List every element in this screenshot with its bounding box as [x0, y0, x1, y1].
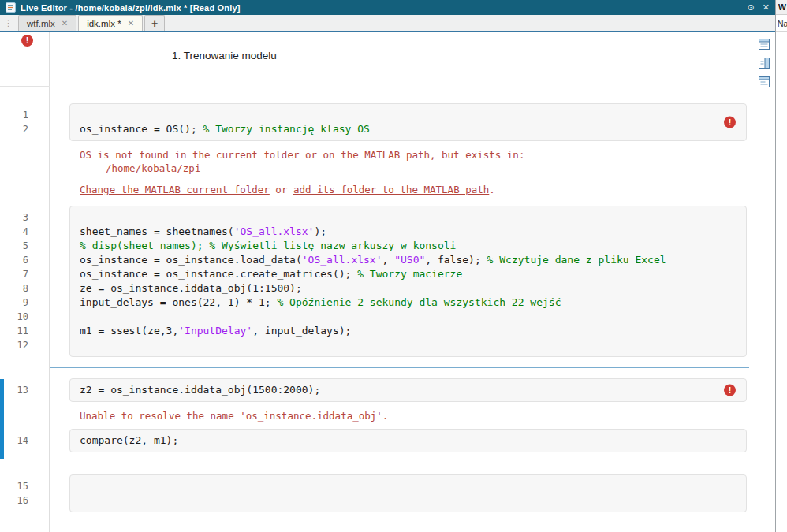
- code-comment: % Wczytuje dane z pliku Excel: [487, 254, 666, 266]
- code-text: , false);: [425, 254, 487, 266]
- code-line[interactable]: [80, 210, 714, 225]
- code-text: ze = os_instance.iddata_obj(1:1500);: [80, 282, 302, 294]
- current-section: 13 z2 = os_instance.iddata_obj(1500:2000…: [0, 378, 752, 459]
- code-line[interactable]: os_instance = OS(); % Tworzy instancję k…: [80, 122, 714, 136]
- document-error-icon[interactable]: !: [21, 35, 33, 47]
- live-editor-pane: Live Editor - /home/kobala/zpi/idk.mlx *…: [0, 0, 775, 532]
- code-comment: % disp(sheet_names); % Wyświetli listę n…: [80, 240, 456, 251]
- error-text: .: [489, 184, 495, 195]
- code-line[interactable]: [80, 338, 714, 352]
- code-comment: % Opóźnienie 2 sekundy dla wszystkich 22…: [277, 296, 561, 308]
- line-number[interactable]: 6: [0, 253, 28, 267]
- code-line[interactable]: % disp(sheet_names); % Wyświetli listę n…: [80, 239, 714, 253]
- line-number[interactable]: 11: [0, 324, 28, 338]
- error-message: Unable to resolve the name 'os_instance.…: [80, 409, 720, 422]
- close-panel-icon[interactable]: ✕: [763, 0, 770, 15]
- tab-close-icon[interactable]: ✕: [62, 19, 68, 28]
- line-number[interactable]: 3: [0, 210, 28, 225]
- document-area: ! 1. Trenowanie modelu 12 os_instance = …: [0, 32, 752, 532]
- new-tab-button[interactable]: +: [144, 15, 165, 31]
- code-line[interactable]: [80, 108, 714, 122]
- code-string: "US0": [394, 254, 425, 266]
- view-controls: [752, 32, 775, 532]
- line-number[interactable]: 8: [0, 281, 28, 296]
- tab-close-icon[interactable]: ✕: [128, 19, 134, 28]
- gutter-header: !: [0, 32, 50, 87]
- line-number-gutter[interactable]: 13: [0, 378, 50, 402]
- code-comment: % Tworzy macierze: [357, 268, 462, 280]
- live-editor-icon: [6, 2, 16, 13]
- line-number[interactable]: 2: [0, 122, 28, 136]
- line-number-gutter[interactable]: 14: [0, 429, 50, 452]
- line-number[interactable]: 16: [0, 493, 28, 508]
- workspace-panel-title: W: [776, 0, 787, 15]
- code-text: , input_delays);: [252, 325, 351, 337]
- add-to-path-link[interactable]: add its folder to the MATLAB path: [293, 184, 489, 195]
- change-folder-link[interactable]: Change the MATLAB current folder: [80, 184, 270, 195]
- tab-label: wtf.mlx: [27, 19, 55, 28]
- code-block[interactable]: compare(z2, m1);: [69, 429, 747, 452]
- tab-bar: ⋮ wtf.mlx ✕ idk.mlx * ✕ +: [0, 15, 775, 32]
- code-text: os_instance = OS();: [80, 123, 203, 135]
- output-right-icon[interactable]: [758, 57, 770, 69]
- code-line[interactable]: z2 = os_instance.iddata_obj(1500:2000);: [80, 383, 714, 397]
- code-block[interactable]: sheet_names = sheetnames('OS_all.xlsx');…: [69, 206, 747, 357]
- code-text: input_delays = ones(22, 1) * 1;: [80, 296, 277, 308]
- line-number[interactable]: 7: [0, 267, 28, 281]
- line-number[interactable]: 9: [0, 296, 28, 310]
- tab-idk-mlx[interactable]: idk.mlx * ✕: [78, 15, 143, 31]
- workspace-column-header: Na: [776, 15, 787, 32]
- line-number[interactable]: 10: [0, 310, 28, 324]
- line-number[interactable]: 1: [0, 108, 28, 122]
- line-number-gutter[interactable]: 3456789101112: [0, 206, 50, 357]
- code-line[interactable]: compare(z2, m1);: [80, 433, 714, 448]
- line-number[interactable]: 12: [0, 338, 28, 352]
- drag-handle-icon[interactable]: ⋮: [2, 18, 18, 31]
- window-title: Live Editor - /home/kobala/zpi/idk.mlx *…: [21, 3, 241, 13]
- output-inline-icon[interactable]: [758, 38, 770, 50]
- line-number[interactable]: 15: [0, 479, 28, 493]
- line-number[interactable]: 5: [0, 239, 28, 253]
- line-number[interactable]: 14: [0, 433, 28, 448]
- line-number-gutter[interactable]: 1516: [0, 474, 50, 512]
- section-break: [50, 367, 749, 368]
- code-block[interactable]: z2 = os_instance.iddata_obj(1500:2000); …: [69, 378, 747, 402]
- code-comment: % Tworzy instancję klasy OS: [203, 123, 370, 135]
- code-line[interactable]: [80, 310, 714, 324]
- code-block[interactable]: [69, 474, 747, 512]
- code-text: ,: [382, 254, 395, 266]
- tab-wtf-mlx[interactable]: wtf.mlx ✕: [18, 15, 76, 31]
- code-text: os_instance = os_instance.create_matrice…: [80, 268, 357, 280]
- line-number[interactable]: 4: [0, 225, 28, 239]
- code-line[interactable]: sheet_names = sheetnames('OS_all.xlsx');: [80, 225, 714, 239]
- code-line[interactable]: [80, 493, 714, 508]
- code-text: );: [314, 225, 326, 237]
- code-block[interactable]: os_instance = OS(); % Tworzy instancję k…: [69, 103, 747, 141]
- matlab-live-editor-window: Live Editor - /home/kobala/zpi/idk.mlx *…: [0, 0, 787, 532]
- error-path: /home/kobala/zpi: [80, 162, 720, 175]
- error-text: OS is not found in the current folder or…: [80, 148, 720, 162]
- error-text: Unable to resolve the name 'os_instance.…: [80, 409, 720, 422]
- code-line[interactable]: m1 = ssest(ze,3,'InputDelay', input_dela…: [80, 324, 714, 338]
- line-number[interactable]: 13: [0, 383, 28, 397]
- code-line[interactable]: input_delays = ones(22, 1) * 1; % Opóźni…: [80, 296, 714, 310]
- code-line[interactable]: os_instance = os_instance.load_data('OS_…: [80, 253, 714, 267]
- line-number-gutter[interactable]: 12: [0, 103, 50, 141]
- code-text: compare(z2, m1);: [80, 434, 178, 446]
- block-error-icon[interactable]: !: [724, 117, 736, 128]
- code-line[interactable]: [80, 479, 714, 493]
- error-message: OS is not found in the current folder or…: [80, 148, 720, 196]
- section-heading[interactable]: 1. Trenowanie modelu: [50, 32, 747, 61]
- code-string: 'OS_all.xlsx': [302, 254, 382, 266]
- code-string: 'OS_all.xlsx': [234, 225, 315, 237]
- tab-label: idk.mlx *: [87, 19, 121, 28]
- title-bar: Live Editor - /home/kobala/zpi/idk.mlx *…: [0, 0, 775, 15]
- section-break: [50, 459, 749, 459]
- code-line[interactable]: os_instance = os_instance.create_matrice…: [80, 267, 714, 281]
- code-string: 'InputDelay': [178, 325, 252, 337]
- panel-actions-icon[interactable]: ⊙: [748, 0, 755, 15]
- hide-code-icon[interactable]: [758, 76, 770, 88]
- code-text: sheet_names = sheetnames(: [80, 225, 234, 237]
- code-line[interactable]: ze = os_instance.iddata_obj(1:1500);: [80, 281, 714, 296]
- block-error-icon[interactable]: !: [724, 385, 736, 396]
